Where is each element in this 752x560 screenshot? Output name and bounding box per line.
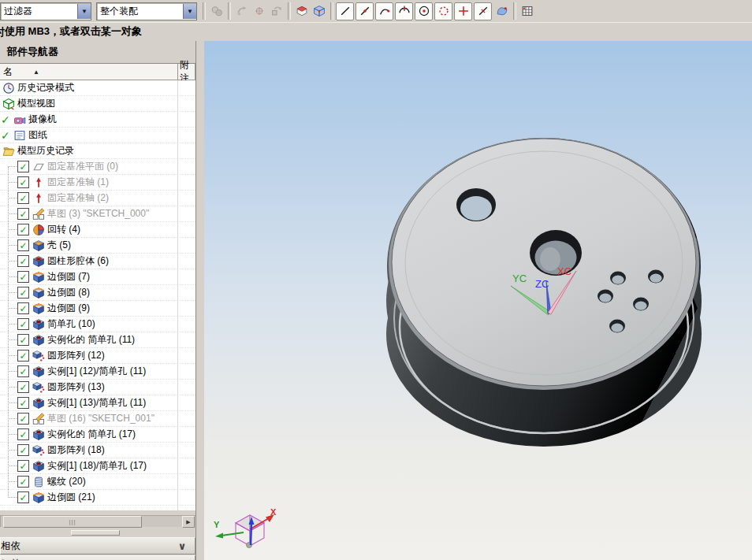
feature-checkbox[interactable]: ✓ (17, 271, 29, 283)
feature-checkbox[interactable]: ✓ (17, 302, 29, 314)
feature-checkbox[interactable]: ✓ (17, 428, 29, 440)
tree-row[interactable]: ✓摄像机 (0, 112, 195, 128)
tree-row[interactable]: ✓圆形阵列 (18) (0, 443, 195, 458)
tree-row-label: 圆形阵列 (12) (47, 349, 105, 362)
point-on-face-icon[interactable] (493, 2, 511, 20)
column-header-name[interactable]: 名称 ▲ (0, 64, 178, 80)
details-panel-bar[interactable]: 细节 ∨ (0, 555, 195, 560)
tree-row[interactable]: ✓边倒圆 (8) (0, 285, 195, 301)
tree-row[interactable]: 历史记录模式 (0, 80, 195, 96)
tree-row[interactable]: ✓草图 (16) "SKETCH_001" (0, 411, 195, 427)
feature-checkbox[interactable]: ✓ (17, 176, 29, 188)
blend-icon (32, 271, 45, 284)
wcs-z-label: ZC (535, 278, 549, 290)
tree-row[interactable]: ✓边倒圆 (7) (0, 269, 195, 285)
scrollbar-right-arrow[interactable]: ▶ (182, 516, 195, 528)
arc-center-point-icon[interactable] (415, 2, 433, 20)
feature-checkbox[interactable]: ✓ (17, 476, 29, 488)
assembly-scope-dropdown[interactable]: 整个装配 ▼ (96, 2, 197, 20)
feature-checkbox[interactable]: ✓ (17, 318, 29, 330)
tree-branch-line (8, 371, 17, 372)
tree-row[interactable]: ✓边倒圆 (21) (0, 490, 195, 506)
tree-branch-line (8, 292, 17, 293)
feature-checkbox[interactable]: ✓ (17, 413, 29, 425)
tree-row[interactable]: 模型历史记录 (0, 143, 195, 159)
tree-row[interactable]: ✓实例化的 简单孔 (17) (0, 427, 195, 443)
hole-icon (32, 397, 45, 410)
tree-row[interactable]: ✓圆形阵列 (12) (0, 348, 195, 364)
tree-branch-line (8, 465, 17, 466)
tree-row-label: 图纸 (28, 128, 47, 142)
tree-row[interactable]: ✓实例[1] (13)/简单孔 (11) (0, 395, 195, 411)
tree-row[interactable]: ✓固定基准轴 (2) (0, 191, 195, 206)
blend-icon (32, 287, 45, 299)
3d-scene: YC ZC XC Y X (204, 41, 752, 560)
chevron-down-icon[interactable]: ∨ (173, 540, 192, 552)
feature-checkbox[interactable]: ✓ (17, 224, 29, 235)
mid-point-icon[interactable] (356, 2, 374, 20)
revolve-icon (32, 224, 45, 236)
horizontal-scrollbar[interactable]: ||| ▶ (0, 515, 195, 527)
sketch-icon (32, 413, 45, 425)
toolbar-separator (288, 2, 291, 20)
tree-row[interactable]: ✓固定基准轴 (1) (0, 175, 195, 191)
tree-row-label: 实例[1] (12)/简单孔 (11) (47, 365, 146, 378)
feature-checkbox[interactable]: ✓ (17, 350, 29, 362)
point-on-curve-icon[interactable] (474, 2, 492, 20)
clip-box-icon[interactable] (311, 2, 328, 20)
graphics-viewport[interactable]: YC ZC XC Y X (204, 41, 752, 560)
feature-checkbox[interactable]: ✓ (17, 381, 29, 393)
feature-checkbox[interactable]: ✓ (17, 491, 29, 503)
tree-row[interactable]: ✓圆形阵列 (13) (0, 380, 195, 395)
tree-row-label: 固定基准轴 (2) (47, 191, 109, 205)
chevron-down-icon[interactable]: ▼ (183, 4, 196, 19)
feature-checkbox[interactable]: ✓ (17, 334, 29, 346)
tree-row-label: 实例化的 简单孔 (17) (47, 428, 136, 441)
tree-row[interactable]: ✓边倒圆 (9) (0, 301, 195, 317)
tree-row[interactable]: ✓壳 (5) (0, 238, 195, 254)
existing-point-icon[interactable] (434, 2, 452, 20)
control-point-icon[interactable] (375, 2, 393, 20)
tree-row[interactable]: ✓草图 (3) "SKETCH_000" (0, 206, 195, 222)
tree-row[interactable]: ✓实例[1] (18)/简单孔 (17) (0, 458, 195, 474)
edit-work-section-icon[interactable] (293, 2, 311, 20)
feature-checkbox[interactable]: ✓ (17, 208, 29, 220)
tree-row[interactable]: ✓实例化的 简单孔 (11) (0, 332, 195, 348)
sort-ascending-icon: ▲ (33, 69, 39, 76)
camera-icon (13, 113, 26, 126)
tree-row[interactable]: 模型视图 (0, 96, 195, 112)
feature-checkbox[interactable]: ✓ (17, 161, 29, 172)
tree-row[interactable]: ✓图纸 (0, 128, 195, 143)
center-hole[interactable] (530, 230, 582, 276)
tree-row[interactable]: ✓固定基准平面 (0) (0, 159, 195, 175)
feature-checkbox[interactable]: ✓ (17, 460, 29, 472)
scrollbar-thumb[interactable]: ||| (3, 516, 142, 528)
dependencies-panel-bar[interactable]: 相依性 ∨ (0, 537, 195, 554)
large-hole[interactable] (456, 188, 496, 221)
end-point-icon[interactable] (336, 2, 354, 20)
filter-dropdown[interactable]: 过滤器 ▼ (0, 2, 91, 20)
tree-row[interactable]: ✓回转 (4) (0, 222, 195, 238)
blend-icon (32, 302, 45, 315)
tree-row[interactable]: ✓圆柱形腔体 (6) (0, 254, 195, 269)
chevron-down-icon[interactable]: ▼ (77, 4, 91, 19)
feature-checkbox[interactable]: ✓ (17, 287, 29, 299)
quadrant-point-icon[interactable] (395, 2, 413, 20)
column-header-note[interactable]: 附注 (178, 64, 195, 80)
view-triad[interactable]: Y X (214, 507, 277, 548)
intersection-point-icon[interactable] (454, 2, 472, 20)
triad-x-label: X (270, 507, 277, 517)
tree-row[interactable]: ✓螺纹 (20) (0, 474, 195, 490)
folder-icon (2, 145, 15, 158)
feature-checkbox[interactable]: ✓ (17, 255, 29, 267)
feature-checkbox[interactable]: ✓ (17, 192, 29, 204)
tree-row[interactable]: ✓实例[1] (12)/简单孔 (11) (0, 364, 195, 380)
feature-checkbox[interactable]: ✓ (17, 397, 29, 409)
feature-checkbox[interactable]: ✓ (17, 239, 29, 251)
feature-checkbox[interactable]: ✓ (17, 444, 29, 456)
spreadsheet-icon[interactable] (519, 2, 536, 20)
tree-row[interactable]: ✓简单孔 (10) (0, 317, 195, 332)
feature-checkbox[interactable]: ✓ (17, 365, 29, 377)
part-body[interactable] (386, 138, 702, 447)
panel-splitter[interactable] (0, 527, 195, 536)
